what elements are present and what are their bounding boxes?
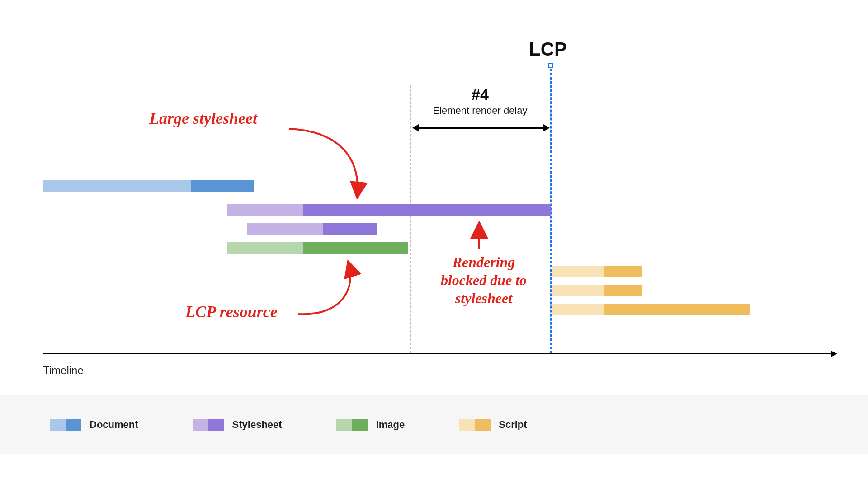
legend: Document Stylesheet Image Script (0, 395, 868, 454)
diagram-canvas: LCP #4 Element render delay L (0, 0, 868, 488)
section4-subtitle: Element render delay (410, 105, 551, 117)
render-delay-start-line (410, 85, 411, 353)
section4-title: #4 (410, 86, 551, 103)
legend-label: Script (499, 419, 527, 431)
bar-stylesheet-large (227, 204, 551, 216)
measure-line (418, 127, 545, 129)
bar-script-3 (552, 304, 750, 315)
measure-arrow-right-icon (543, 124, 550, 131)
swatch-script (459, 419, 491, 431)
timeline-axis-label: Timeline (43, 364, 84, 377)
bar-script-1 (552, 266, 642, 277)
bar-script-2 (552, 285, 642, 296)
legend-label: Image (376, 419, 405, 431)
swatch-document (50, 419, 81, 431)
bar-stylesheet-small (247, 223, 377, 235)
bar-document (43, 180, 254, 192)
legend-item-document: Document (50, 419, 138, 431)
legend-label: Stylesheet (232, 419, 282, 431)
bar-image-lcp (227, 242, 408, 254)
timeline-arrow-icon (831, 351, 837, 357)
swatch-image (336, 419, 368, 431)
timeline-axis-line (43, 353, 832, 354)
legend-item-script: Script (459, 419, 527, 431)
lcp-title: LCP (529, 38, 567, 60)
annotation-rendering-blocked: Rendering blocked due to stylesheet (425, 253, 542, 307)
legend-item-stylesheet: Stylesheet (193, 419, 282, 431)
legend-label: Document (90, 419, 138, 431)
annotation-lcp-resource: LCP resource (185, 302, 278, 322)
annotation-large-stylesheet: Large stylesheet (149, 108, 257, 129)
lcp-marker-icon (548, 63, 553, 68)
legend-item-image: Image (336, 419, 405, 431)
swatch-stylesheet (193, 419, 224, 431)
